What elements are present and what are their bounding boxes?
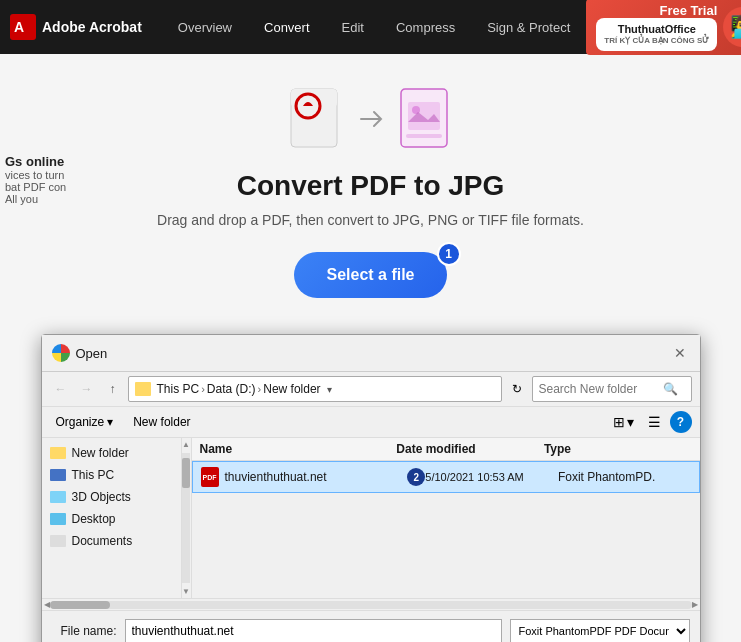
thispc-icon	[50, 469, 66, 481]
dialog-toolbar: Organize ▾ New folder ⊞ ▾ ☰ ?	[42, 407, 700, 438]
address-path[interactable]: This PC › Data (D:) › New folder ▾	[128, 376, 502, 402]
filename-input[interactable]	[125, 619, 502, 642]
navbar: A Adobe Acrobat Overview Convert Edit Co…	[0, 0, 741, 54]
path-refresh-button[interactable]: ↻	[506, 378, 528, 400]
trial-person-icon: 👨‍💻	[723, 7, 741, 47]
dialog-browser: New folder This PC 3D Objects Desktop Do…	[42, 438, 700, 598]
filename-row: File name: Foxit PhantomPDF PDF Docum	[52, 619, 690, 642]
file-badge: 2	[407, 468, 425, 486]
free-trial-label: Free Trial	[659, 3, 717, 18]
pdf-icon	[286, 84, 346, 154]
view-list-icon: ⊞	[613, 414, 625, 430]
converter-icons	[20, 84, 721, 154]
nav-forward-button[interactable]: →	[76, 378, 98, 400]
desktop-icon	[50, 513, 66, 525]
dialog-close-button[interactable]: ✕	[670, 343, 690, 363]
nav-edit[interactable]: Edit	[326, 0, 380, 54]
view-details-icon: ☰	[648, 414, 661, 430]
file-row[interactable]: PDF thuvienthuthuat.net 2 5/10/2021 10:5…	[192, 461, 700, 493]
h-scroll-thumb	[50, 601, 110, 609]
path-text: This PC › Data (D:) › New folder	[157, 382, 321, 396]
dialog-title-text: Open	[76, 346, 108, 361]
acrobat-icon: A	[10, 14, 36, 40]
h-scroll-track	[50, 601, 692, 609]
folder-icon	[50, 447, 66, 459]
nav-back-button[interactable]: ←	[50, 378, 72, 400]
select-file-button[interactable]: Select a file 1	[294, 252, 446, 298]
toolbar-right: ⊞ ▾ ☰ ?	[608, 411, 692, 433]
nav-sign-protect[interactable]: Sign & Protect	[471, 0, 586, 54]
path-folder-icon	[135, 382, 151, 396]
sidebar-item-desktop[interactable]: Desktop	[42, 508, 181, 530]
documents-icon	[50, 535, 66, 547]
dialog-title-left: Open	[52, 344, 108, 362]
gs-online-partial: Gs online vices to turn bat PDF con All …	[5, 154, 66, 205]
sidebar-item-documents[interactable]: Documents	[42, 530, 181, 552]
open-file-dialog: Open ✕ ← → ↑ This PC › Data (D:) › New f…	[41, 334, 701, 642]
nav-menu: Overview Convert Edit Compress Sign & Pr…	[162, 0, 586, 54]
dialog-addressbar: ← → ↑ This PC › Data (D:) › New folder ▾…	[42, 372, 700, 407]
main-content: Gs online vices to turn bat PDF con All …	[0, 54, 741, 318]
svg-text:A: A	[14, 19, 24, 35]
horizontal-scrollbar[interactable]: ◀ ▶	[42, 598, 700, 610]
filename-label: File name:	[52, 624, 117, 638]
view-options-button[interactable]: ⊞ ▾	[608, 412, 639, 432]
page-title: Convert PDF to JPG	[20, 170, 721, 202]
column-name: Name	[200, 442, 397, 456]
dialog-footer: File name: Foxit PhantomPDF PDF Docum 3 …	[42, 610, 700, 642]
dialog-app-icon	[52, 344, 70, 362]
sidebar-item-new-folder[interactable]: New folder	[42, 442, 181, 464]
path-dropdown-button[interactable]: ▾	[325, 384, 334, 395]
file-list-header: Name Date modified Type	[192, 438, 700, 461]
svg-rect-8	[406, 134, 442, 138]
image-icon	[396, 84, 456, 154]
toolbar-left: Organize ▾ New folder	[50, 412, 197, 432]
new-folder-button[interactable]: New folder	[127, 412, 196, 432]
sidebar-item-this-pc[interactable]: This PC	[42, 464, 181, 486]
column-type: Type	[544, 442, 692, 456]
convert-arrow-icon	[356, 104, 386, 134]
pdf-file-icon: PDF	[201, 467, 219, 487]
organize-button[interactable]: Organize ▾	[50, 412, 120, 432]
file-name: thuvienthuthuat.net	[225, 470, 402, 484]
file-date: 5/10/2021 10:53 AM	[425, 471, 558, 483]
nav-up-button[interactable]: ↑	[102, 378, 124, 400]
select-file-badge: 1	[437, 242, 461, 266]
file-type: Foxit PhantomPD.	[558, 470, 691, 484]
nav-compress[interactable]: Compress	[380, 0, 471, 54]
search-icon: 🔍	[663, 382, 678, 396]
3d-objects-icon	[50, 491, 66, 503]
page-subtitle: Drag and drop a PDF, then convert to JPG…	[20, 212, 721, 228]
free-trial-badge[interactable]: Free Trial ThuthuatOffice TRÍ KỴ CỦA BẠN…	[586, 0, 741, 55]
search-box: 🔍	[532, 376, 692, 402]
app-name: Adobe Acrobat	[42, 19, 142, 35]
thuthuatoffice-branding: ThuthuatOffice TRÍ KỴ CỦA BẠN CÔNG SỬ	[596, 18, 717, 51]
app-logo[interactable]: A Adobe Acrobat	[10, 14, 142, 40]
nav-convert[interactable]: Convert	[248, 0, 326, 54]
nav-overview[interactable]: Overview	[162, 0, 248, 54]
sidebar-scrollbar[interactable]: ▲ ▼	[182, 438, 192, 598]
help-button[interactable]: ?	[670, 411, 692, 433]
file-list-area: Name Date modified Type PDF thuvienthuth…	[192, 438, 700, 598]
column-date-modified: Date modified	[396, 442, 544, 456]
sidebar-panel: New folder This PC 3D Objects Desktop Do…	[42, 438, 182, 598]
view-details-button[interactable]: ☰	[643, 412, 666, 432]
sidebar-item-3d-objects[interactable]: 3D Objects	[42, 486, 181, 508]
filetype-dropdown[interactable]: Foxit PhantomPDF PDF Docum	[510, 619, 690, 642]
dialog-titlebar: Open ✕	[42, 335, 700, 372]
search-input[interactable]	[539, 382, 659, 396]
